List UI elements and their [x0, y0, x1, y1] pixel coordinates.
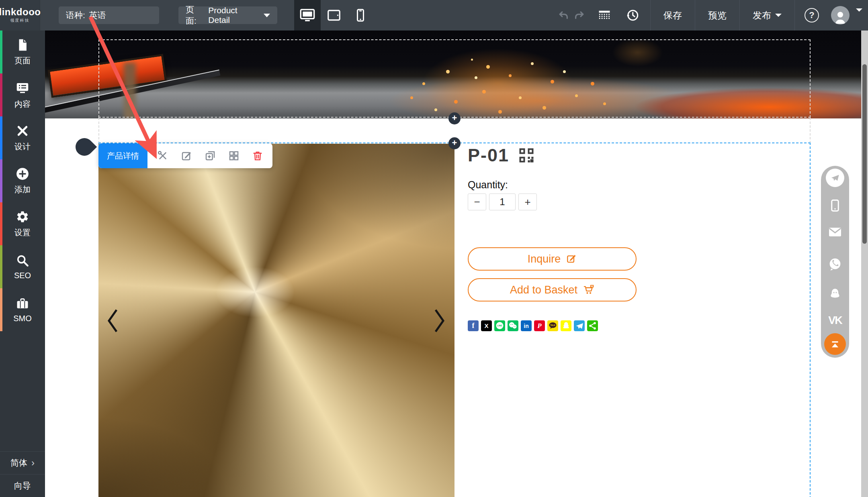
mobile-contact-button[interactable] — [827, 198, 843, 214]
wechat-share-icon[interactable] — [508, 320, 518, 331]
redo-icon — [573, 9, 585, 21]
telegram-icon — [830, 173, 840, 183]
quantity-label: Quantity: — [468, 179, 693, 191]
quantity-input[interactable] — [489, 194, 516, 210]
sidebar-item-design[interactable]: 设计 — [0, 116, 45, 159]
sidebar-item-add[interactable]: 添加 — [0, 159, 45, 202]
redo-button[interactable] — [571, 0, 588, 31]
product-image-carousel[interactable] — [98, 144, 454, 497]
carousel-prev-button[interactable] — [106, 308, 120, 334]
share-more-icon[interactable] — [587, 320, 598, 331]
email-contact-button[interactable] — [827, 224, 843, 240]
language-value: 英语 — [89, 10, 106, 21]
preview-button[interactable]: 预览 — [698, 0, 736, 31]
chevron-down-icon — [856, 8, 862, 18]
layout-blocks-button[interactable] — [227, 149, 241, 163]
save-button[interactable]: 保存 — [654, 0, 692, 31]
sidebar-item-settings[interactable]: 设置 — [0, 202, 45, 245]
svg-text:LINE: LINE — [497, 324, 502, 327]
social-share-row: f X LINE in P TALK — [468, 320, 693, 331]
content-icon — [15, 81, 30, 95]
design-icon — [16, 124, 29, 138]
svg-text:TALK: TALK — [550, 324, 555, 326]
sidebar-item-pages[interactable]: 页面 — [0, 31, 45, 73]
cart-plus-icon — [583, 284, 594, 295]
chevron-left-icon — [106, 308, 120, 334]
grid-layout-button[interactable] — [596, 0, 612, 31]
desktop-preview-button[interactable] — [294, 0, 321, 31]
x-twitter-share-icon[interactable]: X — [481, 320, 492, 331]
layout-blocks-icon — [228, 150, 240, 162]
accent-strip — [0, 288, 2, 331]
qq-icon — [827, 286, 843, 301]
mobile-preview-button[interactable] — [347, 0, 374, 31]
top-toolbar: linkdooo 领度科技 语种: 英语 页面: Product Detail — [0, 0, 868, 31]
telegram-contact-button[interactable] — [826, 169, 844, 187]
language-selector[interactable]: 语种: 英语 — [59, 6, 159, 24]
qr-code-icon[interactable] — [518, 147, 535, 164]
snapchat-share-icon[interactable] — [561, 320, 571, 331]
history-button[interactable] — [624, 0, 641, 31]
kakaotalk-share-icon[interactable]: TALK — [547, 320, 558, 331]
section-tool-buttons — [147, 149, 272, 163]
edit-button[interactable] — [180, 149, 193, 163]
line-share-icon[interactable]: LINE — [494, 320, 505, 331]
qq-contact-button[interactable] — [827, 286, 843, 302]
account-menu-button[interactable] — [856, 12, 862, 19]
page-selector[interactable]: 页面: Product Detail — [178, 6, 277, 24]
accent-strip — [0, 116, 2, 159]
tablet-preview-button[interactable] — [321, 0, 347, 31]
duplicate-icon — [204, 150, 216, 162]
plus-circle-icon — [16, 167, 29, 181]
add-section-button[interactable]: + — [448, 137, 461, 149]
whatsapp-icon — [827, 256, 843, 272]
publish-button[interactable]: 发布 — [743, 0, 791, 31]
device-preview-switch — [294, 0, 374, 31]
page-canvas: + + 产品详情 — [45, 31, 868, 497]
language-variant-button[interactable]: 简体 › — [0, 451, 45, 474]
sidebar-item-content[interactable]: 内容 — [0, 73, 45, 116]
publish-label: 发布 — [753, 9, 771, 22]
person-icon — [832, 8, 848, 24]
undo-icon — [557, 9, 569, 21]
search-icon — [16, 254, 29, 267]
help-button[interactable]: ? — [805, 8, 819, 22]
facebook-share-icon[interactable]: f — [468, 320, 479, 331]
delete-button[interactable] — [251, 149, 264, 163]
user-avatar[interactable] — [831, 6, 850, 24]
accent-strip — [0, 245, 2, 288]
hero-image-detail — [124, 63, 136, 118]
separator — [794, 0, 795, 31]
whatsapp-contact-button[interactable] — [827, 256, 843, 272]
accent-strip — [0, 73, 2, 116]
telegram-share-icon[interactable] — [574, 320, 585, 331]
quantity-decrease-button[interactable]: − — [468, 194, 486, 210]
carousel-next-button[interactable] — [432, 308, 446, 334]
briefcase-icon — [16, 297, 29, 310]
sidebar-item-seo[interactable]: SEO — [0, 245, 45, 288]
gear-icon — [16, 210, 29, 224]
scrollbar-thumb[interactable] — [862, 64, 867, 244]
section-drag-handle[interactable] — [72, 134, 97, 159]
add-to-basket-button[interactable]: Add to Basket — [468, 278, 637, 301]
add-section-button[interactable]: + — [448, 112, 461, 124]
pinterest-share-icon[interactable]: P — [534, 320, 545, 331]
back-to-top-button[interactable] — [824, 333, 846, 355]
wizard-button[interactable]: 向导 — [0, 474, 45, 497]
hero-banner-image[interactable] — [45, 31, 868, 118]
email-icon — [827, 224, 843, 240]
tools-button[interactable] — [156, 149, 170, 163]
hero-image-detail — [48, 54, 167, 98]
accent-strip — [0, 31, 2, 73]
sidebar-item-smo[interactable]: SMO — [0, 288, 45, 331]
section-label: 产品详情 — [98, 143, 147, 168]
mobile-icon — [353, 8, 368, 22]
linkedin-share-icon[interactable]: in — [521, 320, 532, 331]
inquire-edit-icon — [566, 254, 577, 264]
duplicate-button[interactable] — [203, 149, 217, 163]
inquire-button[interactable]: Inquire — [468, 247, 637, 271]
vk-contact-button[interactable]: VK — [827, 312, 843, 328]
quantity-increase-button[interactable]: + — [518, 194, 537, 210]
undo-button[interactable] — [555, 0, 571, 31]
edit-icon — [180, 150, 192, 162]
